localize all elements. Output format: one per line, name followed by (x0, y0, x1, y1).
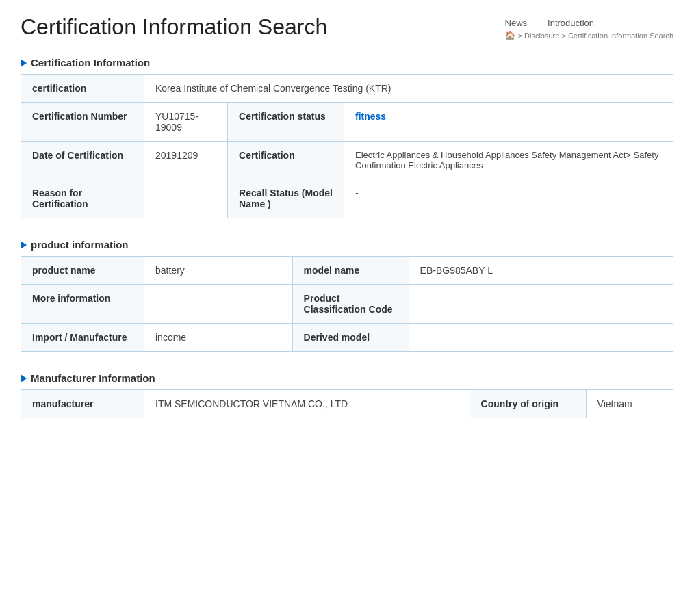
breadcrumb: 🏠 > Disclosure > Certification Informati… (505, 31, 673, 40)
cert-value-2: YU10715-19009 (144, 103, 228, 142)
prod-label-2: More information (21, 285, 144, 324)
prod-value-3: income (144, 324, 293, 352)
prod-label-2-right: Product Classification Code (292, 285, 409, 324)
page-header: Certification Information Search News In… (21, 14, 673, 40)
prod-label-3-right: Derived model (292, 324, 409, 352)
cert-value-3-right: Electric Appliances & Household Applianc… (344, 142, 673, 179)
table-row: Certification Number YU10715-19009 Certi… (21, 103, 673, 142)
cert-value-2-right[interactable]: fitness (344, 103, 673, 142)
breadcrumb-path: > Disclosure > Certification Information… (518, 31, 673, 40)
cert-value-4-right: - (344, 179, 673, 218)
home-icon[interactable]: 🏠 (505, 31, 515, 40)
table-row: certification Korea Institute of Chemica… (21, 75, 673, 103)
section-marker-product (21, 241, 27, 249)
prod-value-3-right (409, 324, 673, 352)
cert-value-3: 20191209 (144, 142, 228, 179)
cert-label-4: Reason for Certification (21, 179, 144, 218)
nav-introduction[interactable]: Introduction (548, 18, 594, 28)
manufacturer-table: manufacturer ITM SEMICONDUCTOR VIETNAM C… (21, 389, 673, 418)
mfr-label-1-right: Country of origin (470, 390, 586, 418)
manufacturer-title-label: Manufacturer Information (31, 372, 155, 384)
cert-label-2-right: Certification status (228, 103, 344, 142)
product-section-title: product information (21, 239, 673, 251)
prod-value-1-right: EB-BG985ABY L (409, 257, 673, 285)
prod-label-3: Import / Manufacture (21, 324, 144, 352)
certification-section-title: Certification Information (21, 57, 673, 68)
cert-label-1: certification (21, 75, 144, 103)
mfr-value-1-right: Vietnam (586, 390, 673, 418)
prod-label-1: product name (21, 257, 144, 285)
cert-value-1: Korea Institute of Chemical Convergence … (144, 75, 673, 103)
mfr-value-1: ITM SEMICONDUCTOR VIETNAM CO., LTD (144, 390, 470, 418)
breadcrumb-area: News Introduction 🏠 > Disclosure > Certi… (505, 14, 673, 40)
table-row: Reason for Certification Recall Status (… (21, 179, 673, 218)
nav-news[interactable]: News (505, 18, 528, 28)
table-row: manufacturer ITM SEMICONDUCTOR VIETNAM C… (21, 390, 673, 418)
certification-table: certification Korea Institute of Chemica… (21, 74, 673, 218)
manufacturer-section: Manufacturer Information manufacturer IT… (21, 372, 673, 418)
prod-value-2-right (409, 285, 673, 324)
top-nav: News Introduction (505, 18, 673, 28)
cert-label-3-right: Certification (228, 142, 344, 179)
fitness-link[interactable]: fitness (355, 111, 386, 122)
manufacturer-section-title: Manufacturer Information (21, 372, 673, 384)
product-table: product name battery model name EB-BG985… (21, 256, 673, 352)
cert-value-4 (144, 179, 228, 218)
prod-value-1: battery (144, 257, 293, 285)
section-marker (21, 59, 27, 67)
certification-title-label: Certification Information (31, 57, 150, 68)
cert-label-2: Certification Number (21, 103, 144, 142)
table-row: Date of Certification 20191209 Certifica… (21, 142, 673, 179)
cert-label-3: Date of Certification (21, 142, 144, 179)
product-section: product information product name battery… (21, 239, 673, 352)
certification-section: Certification Information certification … (21, 57, 673, 218)
prod-label-1-right: model name (292, 257, 409, 285)
page-title: Certification Information Search (21, 14, 327, 40)
table-row: product name battery model name EB-BG985… (21, 257, 673, 285)
mfr-label-1: manufacturer (21, 390, 144, 418)
section-marker-manufacturer (21, 374, 27, 383)
prod-value-2 (144, 285, 293, 324)
cert-label-4-right: Recall Status (Model Name ) (228, 179, 344, 218)
product-title-label: product information (31, 239, 129, 251)
table-row: Import / Manufacture income Derived mode… (21, 324, 673, 352)
table-row: More information Product Classification … (21, 285, 673, 324)
